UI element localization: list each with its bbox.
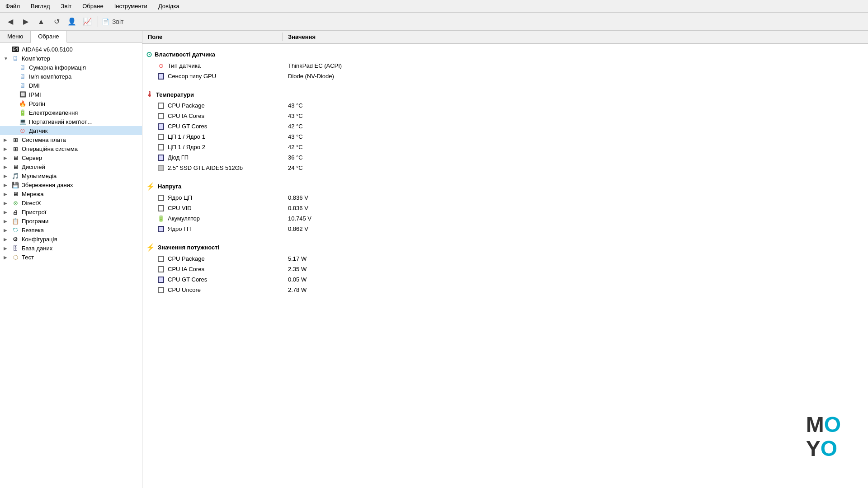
field-gpu-core-voltage: Ядро ГП — [142, 225, 283, 233]
tree-item-config[interactable]: ▶ ⚙ Конфігурація — [0, 235, 142, 244]
field-core2-temp: ЦП 1 / Ядро 2 — [142, 143, 283, 151]
multimedia-icon: 🎵 — [11, 172, 20, 179]
tree-item-computername[interactable]: 🖥 Ім'я комп'ютера — [0, 72, 142, 81]
row-gpu-sensor: Сенсор типу GPU Diode (NV-Diode) — [142, 71, 868, 81]
tree-item-display[interactable]: ▶ 🖥 Дисплей — [0, 162, 142, 171]
cpu-uncore-icon — [157, 287, 165, 293]
tree-item-overclock[interactable]: 🔥 Розгін — [0, 99, 142, 108]
tree-label: Портативний комп'ют… — [29, 118, 93, 125]
arrow: ▶ — [4, 146, 11, 151]
forward-button[interactable]: ▶ — [19, 15, 33, 28]
field-gpu-diode-temp: Діод ГП — [142, 154, 283, 161]
report-label: 📄 Звіт — [102, 18, 123, 25]
field-ssd-temp: 2.5" SSD GTL AIDES 512Gb — [142, 164, 283, 172]
tree-label: Сумарна інформація — [29, 64, 86, 71]
field-label: CPU Package — [168, 102, 205, 109]
tree-item-power[interactable]: 🔋 Електроживлення — [0, 108, 142, 117]
tree-item-aida[interactable]: 64 AIDA64 v6.00.5100 — [0, 45, 142, 54]
field-label: CPU GT Cores — [168, 123, 207, 130]
config-icon: ⚙ — [11, 235, 20, 243]
tree-label: Електроживлення — [29, 109, 78, 116]
report-icon: 📄 — [102, 18, 109, 25]
section-power-title: Значення потужності — [158, 244, 219, 251]
left-panel: Меню Обране 64 AIDA64 v6.00.5100 ▼ 🖥 Ком… — [0, 31, 142, 488]
value-core-voltage: 0.836 V — [283, 194, 314, 202]
tree-item-laptop[interactable]: 💻 Портативний комп'ют… — [0, 117, 142, 126]
row-cpu-package-temp: CPU Package 43 °C — [142, 100, 868, 111]
value-cpu-gt-cores-power: 0.05 W — [283, 276, 312, 283]
arrow: ▶ — [4, 183, 11, 188]
gpu-core-v-icon — [157, 226, 165, 232]
tree-label: Комп'ютер — [22, 55, 50, 62]
row-core1-temp: ЦП 1 / Ядро 1 43 °C — [142, 131, 868, 142]
tab-favorites[interactable]: Обране — [31, 31, 66, 43]
field-core1-temp: ЦП 1 / Ядро 1 — [142, 133, 283, 141]
refresh-button[interactable]: ↺ — [50, 15, 63, 28]
arrow: ▶ — [4, 255, 11, 260]
tree-item-database[interactable]: ▶ 🗄 База даних — [0, 244, 142, 253]
value-sensor-type: ThinkPad EC (ACPI) — [283, 62, 347, 70]
power-sec-icon: ⚡ — [146, 243, 155, 252]
tree-item-server[interactable]: ▶ 🖥 Сервер — [0, 153, 142, 162]
row-gpu-core-voltage: Ядро ГП 0.862 V — [142, 224, 868, 234]
toolbar: ◀ ▶ ▲ ↺ 👤 📈 📄 Звіт — [0, 13, 868, 31]
menu-report[interactable]: Звіт — [59, 2, 74, 10]
arrow: ▶ — [4, 210, 11, 215]
cpu-gt-pwr-icon — [157, 277, 165, 283]
tree-item-directx[interactable]: ▶ ⊗ DirectX — [0, 198, 142, 207]
tab-menu[interactable]: Меню — [0, 31, 31, 42]
aida-icon: 64 — [11, 46, 20, 53]
test-icon: ⬡ — [11, 253, 20, 261]
cpu-ia-icon — [157, 113, 165, 119]
menu-file[interactable]: Файл — [4, 2, 22, 10]
section-temperatures: 🌡 Температури — [142, 87, 868, 100]
tree-item-motherboard[interactable]: ▶ ⊞ Системна плата — [0, 135, 142, 144]
directx-icon: ⊗ — [11, 199, 20, 206]
field-label: CPU VID — [168, 205, 192, 211]
field-label: CPU IA Cores — [168, 266, 204, 272]
up-button[interactable]: ▲ — [34, 15, 48, 28]
tree-item-test[interactable]: ▶ ⬡ Тест — [0, 253, 142, 262]
user-button[interactable]: 👤 — [65, 15, 79, 28]
tree-item-dmi[interactable]: 🖥 DMI — [0, 81, 142, 90]
tree-item-network[interactable]: ▶ 🖥 Мережа — [0, 189, 142, 198]
cpu-vid-icon — [157, 205, 165, 211]
row-cpu-package-power: CPU Package 5.17 W — [142, 253, 868, 264]
field-label: Сенсор типу GPU — [168, 73, 216, 80]
field-label: Акумулятор — [168, 215, 200, 222]
field-label: CPU Uncore — [168, 286, 201, 293]
tree-item-multimedia[interactable]: ▶ 🎵 Мультимедіа — [0, 171, 142, 180]
power-icon: 🔋 — [18, 109, 27, 116]
menu-tools[interactable]: Інструменти — [113, 2, 149, 10]
tree-item-computer[interactable]: ▼ 🖥 Комп'ютер — [0, 54, 142, 63]
tree-item-devices[interactable]: ▶ 🖨 Пристрої — [0, 207, 142, 216]
row-cpu-ia-cores-temp: CPU IA Cores 43 °C — [142, 111, 868, 121]
tree-item-summary[interactable]: 🖥 Сумарна інформація — [0, 63, 142, 72]
cpu-ia-pwr-icon — [157, 266, 165, 272]
arrow: ▶ — [4, 164, 11, 169]
row-cpu-gt-cores-temp: CPU GT Cores 42 °C — [142, 121, 868, 131]
row-cpu-uncore-power: CPU Uncore 2.78 W — [142, 285, 868, 295]
tree-item-ipmi[interactable]: 🔲 IPMI — [0, 90, 142, 99]
back-button[interactable]: ◀ — [4, 15, 17, 28]
menu-help[interactable]: Довідка — [156, 2, 181, 10]
value-cpu-vid: 0.836 V — [283, 204, 314, 212]
field-label: Тип датчика — [168, 62, 201, 69]
tree-item-sensor[interactable]: ⊙ Датчик — [0, 126, 142, 135]
tree-item-os[interactable]: ▶ ⊞ Операційна система — [0, 144, 142, 153]
gpu-diode-icon — [157, 155, 165, 161]
chart-button[interactable]: 📈 — [80, 15, 94, 28]
tree-item-storage[interactable]: ▶ 💾 Збереження даних — [0, 180, 142, 189]
tree-item-security[interactable]: ▶ 🛡 Безпека — [0, 225, 142, 235]
menu-favorites[interactable]: Обране — [80, 2, 105, 10]
field-sensor-type: ⊙ Тип датчика — [142, 62, 283, 70]
value-battery-voltage: 10.745 V — [283, 215, 317, 222]
field-label: Ядро ГП — [168, 225, 191, 232]
section-voltage-title: Напруга — [158, 183, 181, 190]
arrow: ▶ — [4, 155, 11, 160]
tree-label: Тест — [22, 254, 34, 261]
menu-view[interactable]: Вигляд — [29, 2, 52, 10]
tree-label: Сервер — [22, 155, 42, 161]
tree-item-programs[interactable]: ▶ 📋 Програми — [0, 216, 142, 225]
sensor-icon: ⊙ — [18, 127, 27, 134]
